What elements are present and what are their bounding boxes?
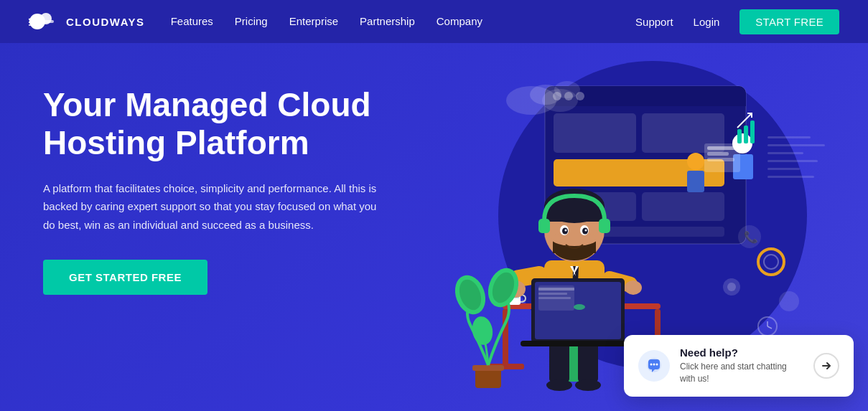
- nav-company[interactable]: Company: [437, 15, 482, 27]
- svg-point-40: [727, 283, 736, 291]
- chat-icon-container: [638, 350, 670, 382]
- arrow-right-icon: [821, 360, 832, 372]
- svg-rect-90: [472, 365, 504, 371]
- svg-point-97: [650, 364, 653, 366]
- logo-icon: [29, 11, 59, 32]
- nav-login[interactable]: Login: [694, 16, 720, 28]
- svg-rect-88: [521, 341, 635, 346]
- nav-support[interactable]: Support: [635, 16, 673, 28]
- svg-text:📞: 📞: [744, 230, 758, 244]
- svg-rect-32: [707, 146, 737, 150]
- svg-point-98: [653, 364, 655, 366]
- svg-line-44: [767, 326, 772, 329]
- chat-title: Need help?: [680, 346, 803, 359]
- nav-links: Features Pricing Enterprise Partnership …: [171, 15, 482, 28]
- svg-point-75: [565, 230, 567, 232]
- svg-point-95: [470, 315, 495, 346]
- svg-point-76: [585, 230, 587, 232]
- hero-title: Your Managed CloudHosting Platform: [43, 86, 416, 162]
- svg-point-70: [551, 232, 597, 246]
- logo-text: CLOUDWAYS: [66, 16, 145, 28]
- svg-rect-89: [475, 368, 501, 388]
- svg-rect-85: [538, 293, 567, 295]
- chat-bubble-icon: [645, 356, 663, 375]
- svg-point-99: [656, 364, 658, 366]
- hero-description: A platform that facilitates choice, simp…: [43, 179, 381, 235]
- chat-subtitle: Click here and start chatting with us!: [680, 361, 803, 385]
- svg-point-66: [625, 280, 642, 295]
- nav-right: Support Login START FREE: [635, 9, 839, 34]
- nav-pricing[interactable]: Pricing: [235, 15, 268, 27]
- hero-section: Your Managed CloudHosting Platform A pla…: [0, 43, 868, 411]
- svg-point-58: [575, 379, 601, 391]
- svg-rect-27: [744, 126, 748, 143]
- svg-point-57: [546, 379, 572, 391]
- svg-rect-2: [32, 20, 54, 23]
- svg-rect-80: [599, 219, 610, 233]
- svg-rect-78: [544, 206, 605, 222]
- hero-content: Your Managed CloudHosting Platform A pla…: [43, 79, 416, 295]
- svg-point-87: [574, 304, 585, 310]
- nav-partnership[interactable]: Partnership: [360, 15, 415, 27]
- get-started-button[interactable]: GET STARTED FREE: [43, 260, 207, 295]
- start-free-button[interactable]: START FREE: [739, 9, 839, 34]
- deco-lines: [767, 136, 825, 178]
- nav-enterprise[interactable]: Enterprise: [289, 15, 338, 27]
- svg-rect-28: [750, 121, 755, 143]
- navbar: CLOUDWAYS Features Pricing Enterprise Pa…: [0, 0, 868, 43]
- svg-rect-26: [737, 129, 742, 143]
- logo-link[interactable]: CLOUDWAYS: [29, 11, 145, 32]
- svg-rect-34: [707, 158, 734, 161]
- chat-widget[interactable]: Need help? Click here and start chatting…: [624, 335, 854, 397]
- svg-point-41: [779, 291, 799, 311]
- svg-rect-79: [538, 219, 550, 233]
- chat-text-content: Need help? Click here and start chatting…: [680, 346, 803, 385]
- svg-rect-84: [538, 288, 574, 290]
- chat-arrow-button[interactable]: [813, 353, 839, 379]
- nav-features[interactable]: Features: [171, 15, 213, 27]
- svg-rect-86: [538, 297, 571, 299]
